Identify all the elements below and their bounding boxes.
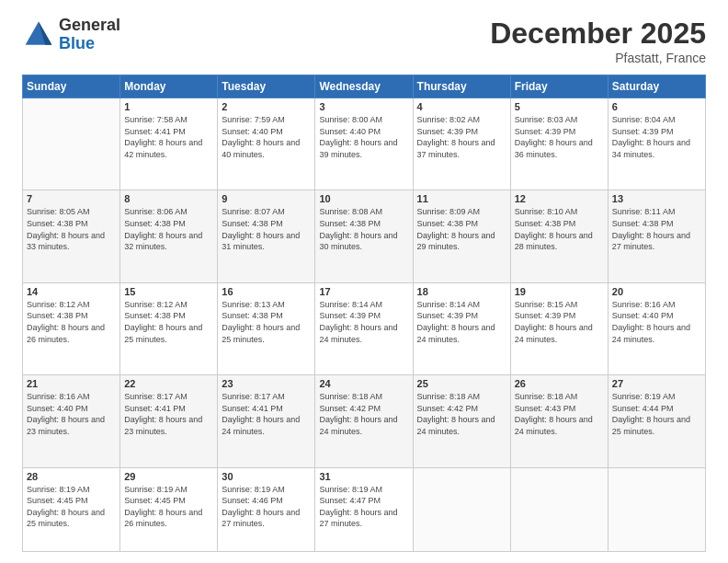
day-info: Sunrise: 8:03 AMSunset: 4:39 PMDaylight:… <box>515 114 604 160</box>
day-info: Sunrise: 8:15 AMSunset: 4:39 PMDaylight:… <box>515 299 604 345</box>
day-info: Sunrise: 7:59 AMSunset: 4:40 PMDaylight:… <box>222 114 311 160</box>
day-cell: 31Sunrise: 8:19 AMSunset: 4:47 PMDayligh… <box>315 467 413 551</box>
day-cell: 8Sunrise: 8:06 AMSunset: 4:38 PMDaylight… <box>120 190 218 282</box>
day-cell: 18Sunrise: 8:14 AMSunset: 4:39 PMDayligh… <box>413 282 510 374</box>
day-info: Sunrise: 8:02 AMSunset: 4:39 PMDaylight:… <box>417 114 506 160</box>
day-header-saturday: Saturday <box>608 75 705 98</box>
week-row-3: 14Sunrise: 8:12 AMSunset: 4:38 PMDayligh… <box>23 282 706 374</box>
day-info: Sunrise: 8:16 AMSunset: 4:40 PMDaylight:… <box>612 299 701 345</box>
day-cell: 11Sunrise: 8:09 AMSunset: 4:38 PMDayligh… <box>413 190 510 282</box>
day-number: 9 <box>222 193 311 204</box>
day-info: Sunrise: 8:19 AMSunset: 4:47 PMDaylight:… <box>319 484 408 530</box>
day-number: 13 <box>612 193 701 204</box>
day-cell: 6Sunrise: 8:04 AMSunset: 4:39 PMDaylight… <box>608 98 705 190</box>
day-number: 11 <box>417 193 506 204</box>
logo-blue: Blue <box>59 35 120 53</box>
day-info: Sunrise: 8:12 AMSunset: 4:38 PMDaylight:… <box>124 299 213 345</box>
day-cell: 1Sunrise: 7:58 AMSunset: 4:41 PMDaylight… <box>120 98 218 190</box>
day-header-monday: Monday <box>120 75 218 98</box>
day-info: Sunrise: 8:16 AMSunset: 4:40 PMDaylight:… <box>27 391 116 437</box>
day-number: 26 <box>515 378 604 389</box>
day-number: 25 <box>417 378 506 389</box>
week-row-1: 1Sunrise: 7:58 AMSunset: 4:41 PMDaylight… <box>23 98 706 190</box>
day-info: Sunrise: 8:18 AMSunset: 4:43 PMDaylight:… <box>515 391 604 437</box>
day-cell: 24Sunrise: 8:18 AMSunset: 4:42 PMDayligh… <box>315 375 413 467</box>
day-cell <box>608 467 705 551</box>
day-number: 16 <box>222 286 311 297</box>
day-number: 3 <box>319 101 408 112</box>
day-info: Sunrise: 8:04 AMSunset: 4:39 PMDaylight:… <box>612 114 701 160</box>
logo-general: General <box>59 17 120 35</box>
day-number: 22 <box>124 378 213 389</box>
header: General Blue December 2025 Pfastatt, Fra… <box>22 17 706 65</box>
day-number: 15 <box>124 286 213 297</box>
logo-icon <box>22 18 55 52</box>
day-cell: 20Sunrise: 8:16 AMSunset: 4:40 PMDayligh… <box>608 282 705 374</box>
day-cell: 13Sunrise: 8:11 AMSunset: 4:38 PMDayligh… <box>608 190 705 282</box>
day-info: Sunrise: 8:18 AMSunset: 4:42 PMDaylight:… <box>417 391 506 437</box>
day-cell: 23Sunrise: 8:17 AMSunset: 4:41 PMDayligh… <box>218 375 315 467</box>
day-cell <box>413 467 510 551</box>
day-cell: 28Sunrise: 8:19 AMSunset: 4:45 PMDayligh… <box>23 467 120 551</box>
day-number: 20 <box>612 286 701 297</box>
header-row: SundayMondayTuesdayWednesdayThursdayFrid… <box>23 75 706 98</box>
day-cell: 9Sunrise: 8:07 AMSunset: 4:38 PMDaylight… <box>218 190 315 282</box>
day-number: 4 <box>417 101 506 112</box>
day-number: 7 <box>27 193 116 204</box>
week-row-5: 28Sunrise: 8:19 AMSunset: 4:45 PMDayligh… <box>23 467 706 551</box>
day-cell: 7Sunrise: 8:05 AMSunset: 4:38 PMDaylight… <box>23 190 120 282</box>
day-number: 23 <box>222 378 311 389</box>
day-info: Sunrise: 8:00 AMSunset: 4:40 PMDaylight:… <box>319 114 408 160</box>
day-cell: 30Sunrise: 8:19 AMSunset: 4:46 PMDayligh… <box>218 467 315 551</box>
day-info: Sunrise: 8:11 AMSunset: 4:38 PMDaylight:… <box>612 206 701 252</box>
day-info: Sunrise: 7:58 AMSunset: 4:41 PMDaylight:… <box>124 114 213 160</box>
day-info: Sunrise: 8:14 AMSunset: 4:39 PMDaylight:… <box>417 299 506 345</box>
day-number: 28 <box>27 471 116 482</box>
day-number: 21 <box>27 378 116 389</box>
day-number: 14 <box>27 286 116 297</box>
day-header-wednesday: Wednesday <box>315 75 413 98</box>
day-cell: 2Sunrise: 7:59 AMSunset: 4:40 PMDaylight… <box>218 98 315 190</box>
day-number: 31 <box>319 471 408 482</box>
day-info: Sunrise: 8:13 AMSunset: 4:38 PMDaylight:… <box>222 299 311 345</box>
month-title: December 2025 <box>490 17 706 51</box>
day-cell: 25Sunrise: 8:18 AMSunset: 4:42 PMDayligh… <box>413 375 510 467</box>
day-cell: 12Sunrise: 8:10 AMSunset: 4:38 PMDayligh… <box>510 190 608 282</box>
day-cell: 29Sunrise: 8:19 AMSunset: 4:45 PMDayligh… <box>120 467 218 551</box>
day-number: 18 <box>417 286 506 297</box>
day-info: Sunrise: 8:17 AMSunset: 4:41 PMDaylight:… <box>222 391 311 437</box>
day-cell <box>23 98 120 190</box>
day-number: 12 <box>515 193 604 204</box>
day-number: 10 <box>319 193 408 204</box>
day-header-tuesday: Tuesday <box>218 75 315 98</box>
day-cell: 3Sunrise: 8:00 AMSunset: 4:40 PMDaylight… <box>315 98 413 190</box>
day-cell: 26Sunrise: 8:18 AMSunset: 4:43 PMDayligh… <box>510 375 608 467</box>
day-number: 1 <box>124 101 213 112</box>
page: General Blue December 2025 Pfastatt, Fra… <box>0 0 728 563</box>
day-info: Sunrise: 8:19 AMSunset: 4:45 PMDaylight:… <box>27 484 116 530</box>
logo-text: General Blue <box>59 17 120 53</box>
day-number: 24 <box>319 378 408 389</box>
day-info: Sunrise: 8:19 AMSunset: 4:44 PMDaylight:… <box>612 391 701 437</box>
day-cell: 4Sunrise: 8:02 AMSunset: 4:39 PMDaylight… <box>413 98 510 190</box>
day-cell: 5Sunrise: 8:03 AMSunset: 4:39 PMDaylight… <box>510 98 608 190</box>
day-number: 17 <box>319 286 408 297</box>
day-info: Sunrise: 8:19 AMSunset: 4:46 PMDaylight:… <box>222 484 311 530</box>
day-info: Sunrise: 8:12 AMSunset: 4:38 PMDaylight:… <box>27 299 116 345</box>
day-cell: 22Sunrise: 8:17 AMSunset: 4:41 PMDayligh… <box>120 375 218 467</box>
day-number: 30 <box>222 471 311 482</box>
day-number: 5 <box>515 101 604 112</box>
week-row-4: 21Sunrise: 8:16 AMSunset: 4:40 PMDayligh… <box>23 375 706 467</box>
logo: General Blue <box>22 17 120 53</box>
day-number: 29 <box>124 471 213 482</box>
day-number: 8 <box>124 193 213 204</box>
day-number: 2 <box>222 101 311 112</box>
day-info: Sunrise: 8:09 AMSunset: 4:38 PMDaylight:… <box>417 206 506 252</box>
location: Pfastatt, France <box>490 51 706 65</box>
day-cell <box>510 467 608 551</box>
day-info: Sunrise: 8:19 AMSunset: 4:45 PMDaylight:… <box>124 484 213 530</box>
day-cell: 10Sunrise: 8:08 AMSunset: 4:38 PMDayligh… <box>315 190 413 282</box>
day-number: 19 <box>515 286 604 297</box>
day-cell: 16Sunrise: 8:13 AMSunset: 4:38 PMDayligh… <box>218 282 315 374</box>
day-cell: 14Sunrise: 8:12 AMSunset: 4:38 PMDayligh… <box>23 282 120 374</box>
